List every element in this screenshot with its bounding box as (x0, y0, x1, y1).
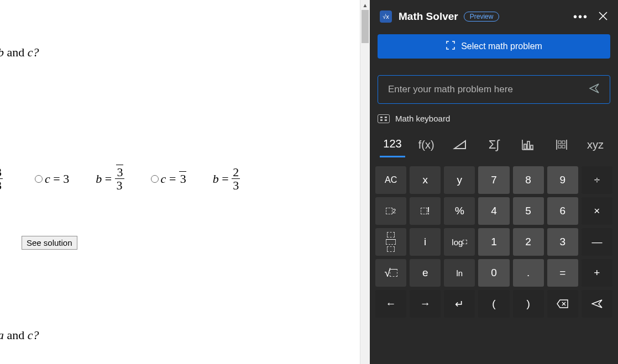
send-icon (591, 299, 603, 308)
key-i[interactable]: i (410, 228, 441, 256)
tab-triangle[interactable] (447, 139, 473, 156)
option-c-3[interactable]: c = 3 (35, 172, 69, 186)
key-submit[interactable] (582, 290, 612, 318)
send-icon[interactable] (589, 83, 600, 97)
key-6[interactable]: 6 (547, 197, 578, 225)
bar-chart-icon (521, 139, 535, 151)
tab-xyz[interactable]: xyz (583, 139, 608, 157)
radio-icon (35, 175, 43, 183)
key-dot[interactable]: . (513, 259, 544, 287)
question-2: a and c? (0, 328, 39, 342)
key-newline[interactable]: ↵ (444, 290, 475, 318)
scroll-up-icon[interactable]: ▲ (360, 0, 370, 10)
more-options-button[interactable]: ••• (573, 11, 588, 22)
close-button[interactable] (598, 11, 608, 23)
key-backspace[interactable] (547, 290, 578, 318)
key-5[interactable]: 5 (513, 197, 544, 225)
svg-rect-3 (558, 141, 561, 144)
triangle-icon (453, 139, 467, 150)
key-right[interactable]: → (410, 290, 441, 318)
key-multiply[interactable]: × (582, 197, 612, 225)
tab-fx[interactable]: f(x) (413, 139, 439, 157)
see-solution-button[interactable]: See solution (22, 236, 77, 250)
scroll-thumb[interactable] (362, 10, 369, 43)
svg-rect-2 (531, 145, 533, 149)
sigma-integral-icon: Σ∫ (489, 138, 500, 152)
key-0[interactable]: 0 (478, 259, 509, 287)
math-keyboard-toggle[interactable]: Math keyboard (378, 114, 610, 123)
keypad: AC x y 7 8 9 ÷ 2 ! % 4 5 6 × i log 1 2 3… (375, 166, 612, 318)
key-lparen[interactable]: ( (478, 290, 509, 318)
key-1[interactable]: 1 (478, 228, 509, 256)
key-sqrt[interactable]: √ (375, 259, 406, 287)
key-fraction[interactable] (375, 228, 406, 256)
key-e[interactable]: e (410, 259, 441, 287)
svg-rect-4 (562, 141, 565, 144)
math-input-wrap (378, 75, 610, 104)
keyboard-tabs: 123 f(x) Σ∫ xyz (378, 138, 610, 157)
radio-icon (151, 175, 159, 183)
select-math-problem-button[interactable]: Select math problem (378, 34, 610, 59)
vertical-scrollbar[interactable]: ▲ (360, 0, 370, 364)
key-2[interactable]: 2 (513, 228, 544, 256)
key-ln[interactable]: ln (444, 259, 475, 287)
key-ac[interactable]: AC (375, 166, 406, 194)
key-minus[interactable]: — (582, 228, 612, 256)
option-c-sqrt3[interactable]: c = 3 (151, 171, 186, 186)
main-content: b and c? 3 3 c = 3 b = 3 3 c = 3 b = (0, 0, 360, 364)
option-b-sqrt3-3: b = 3 3 (96, 166, 124, 192)
svg-rect-5 (558, 145, 561, 148)
key-7[interactable]: 7 (478, 166, 509, 194)
key-y[interactable]: y (444, 166, 475, 194)
tab-numbers[interactable]: 123 (380, 138, 405, 157)
backspace-icon (557, 299, 569, 308)
key-x[interactable]: x (410, 166, 441, 194)
math-solver-icon: √x (380, 10, 392, 23)
key-plus[interactable]: + (582, 259, 612, 287)
math-input[interactable] (388, 84, 589, 95)
key-divide[interactable]: ÷ (582, 166, 612, 194)
key-log[interactable]: log (444, 228, 475, 256)
key-8[interactable]: 8 (513, 166, 544, 194)
fraction-fragment: 3 3 (0, 166, 3, 192)
key-equals[interactable]: = (547, 259, 578, 287)
panel-header: √x Math Solver Preview ••• (370, 0, 618, 33)
crop-icon (446, 40, 455, 52)
svg-rect-0 (524, 144, 526, 149)
key-9[interactable]: 9 (547, 166, 578, 194)
keyboard-icon (378, 114, 390, 123)
preview-badge: Preview (464, 12, 500, 22)
key-percent[interactable]: % (444, 197, 475, 225)
matrix-icon (554, 139, 569, 151)
options-row: 3 3 c = 3 b = 3 3 c = 3 b = 2 3 (0, 166, 240, 192)
svg-rect-1 (527, 141, 530, 149)
key-3[interactable]: 3 (547, 228, 578, 256)
math-solver-panel: √x Math Solver Preview ••• Select math p… (370, 0, 618, 364)
tab-matrix[interactable] (549, 139, 574, 156)
key-4[interactable]: 4 (478, 197, 509, 225)
option-b-2-3: b = 2 3 (213, 166, 240, 192)
close-icon (598, 11, 608, 21)
tab-sigma[interactable]: Σ∫ (481, 138, 506, 157)
svg-rect-6 (562, 145, 565, 148)
panel-title: Math Solver (399, 10, 458, 23)
tab-stats[interactable] (515, 139, 541, 156)
key-factorial[interactable]: ! (410, 197, 441, 225)
key-left[interactable]: ← (375, 290, 406, 318)
question-1: b and c? (0, 45, 39, 60)
key-rparen[interactable]: ) (513, 290, 544, 318)
key-square[interactable]: 2 (375, 197, 406, 225)
